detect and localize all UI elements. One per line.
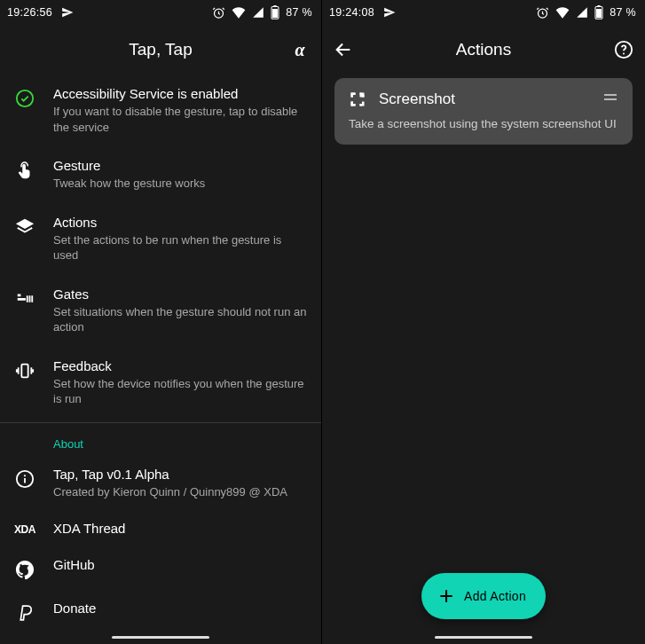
github-icon: [15, 560, 35, 579]
wifi-icon: [232, 6, 246, 19]
item-title: Gesture: [53, 158, 309, 173]
send-icon: [383, 6, 396, 19]
status-time: 19:26:56: [7, 6, 52, 19]
status-battery: 87 %: [610, 6, 636, 19]
item-title: Donate: [53, 601, 309, 616]
item-title: Accessibility Service is enabled: [53, 86, 309, 101]
item-sub: Set the actions to be run when the gestu…: [53, 232, 309, 263]
settings-list: Accessibility Service is enabled If you …: [0, 75, 321, 644]
app-bar: Tap, Tap α: [0, 25, 321, 75]
item-sub: Set situations when the gesture should n…: [53, 304, 309, 335]
svg-rect-3: [272, 9, 278, 18]
item-github[interactable]: GitHub: [0, 546, 321, 590]
layers-icon: [15, 217, 35, 237]
arrow-back-icon: [334, 40, 353, 59]
actions-screen: 19:24:08 87 % Actions Screen: [322, 0, 645, 644]
item-sub: Created by Kieron Quinn / Quinny899 @ XD…: [53, 484, 309, 500]
nav-indicator[interactable]: [112, 636, 209, 639]
item-xda[interactable]: XDA XDA Thread: [0, 510, 321, 546]
add-action-button[interactable]: Add Action: [421, 573, 546, 619]
item-about-app[interactable]: Tap, Tap v0.1 Alpha Created by Kieron Qu…: [0, 456, 321, 511]
fullscreen-exit-icon: [349, 90, 366, 108]
card-sub: Take a screenshot using the system scree…: [349, 117, 618, 130]
item-gesture[interactable]: Gesture Tweak how the gesture works: [0, 146, 321, 203]
item-gates[interactable]: Gates Set situations when the gesture sh…: [0, 275, 321, 347]
alarm-icon: [212, 6, 225, 20]
svg-point-8: [24, 475, 26, 476]
item-actions[interactable]: Actions Set the actions to be run when t…: [0, 203, 321, 275]
item-accessibility[interactable]: Accessibility Service is enabled If you …: [0, 75, 321, 146]
svg-point-4: [17, 90, 33, 106]
xda-icon: XDA: [14, 523, 35, 536]
fab-label: Add Action: [464, 589, 526, 603]
app-bar: Actions: [322, 25, 645, 75]
vibration-icon: [15, 361, 35, 381]
svg-point-14: [623, 53, 625, 55]
help-button[interactable]: [602, 40, 645, 59]
action-card-screenshot[interactable]: Screenshot Take a screenshot using the s…: [334, 78, 633, 145]
alarm-icon: [536, 6, 549, 20]
paypal-icon: [16, 603, 34, 623]
svg-rect-12: [596, 9, 602, 18]
item-sub: If you want to disable the gesture, tap …: [53, 104, 309, 135]
back-button[interactable]: [322, 40, 365, 59]
item-sub: Set how the device notifies you when the…: [53, 376, 309, 407]
item-donate[interactable]: Donate: [0, 590, 321, 633]
status-bar: 19:26:56 87 %: [0, 0, 321, 25]
item-feedback[interactable]: Feedback Set how the device notifies you…: [0, 347, 321, 419]
gate-icon: [15, 289, 35, 309]
about-label: About: [0, 425, 321, 456]
drag-handle-icon[interactable]: [604, 94, 617, 100]
status-battery: 87 %: [286, 6, 312, 19]
nav-indicator[interactable]: [435, 636, 532, 639]
signal-icon: [576, 6, 588, 19]
settings-screen: 19:26:56 87 % Tap, Tap α Acces: [0, 0, 322, 644]
item-title: GitHub: [53, 557, 309, 572]
touch-icon: [15, 161, 35, 180]
help-icon: [614, 40, 633, 59]
item-title: Actions: [53, 215, 309, 230]
item-sub: Tweak how the gesture works: [53, 176, 309, 192]
card-title: Screenshot: [379, 90, 455, 108]
svg-rect-11: [598, 5, 601, 7]
page-title: Tap, Tap: [0, 40, 321, 59]
page-title: Actions: [322, 40, 645, 59]
status-bar: 19:24:08 87 %: [322, 0, 645, 25]
info-icon: [15, 469, 35, 489]
item-title: Tap, Tap v0.1 Alpha: [53, 467, 309, 482]
check-circle-icon: [15, 89, 35, 108]
signal-icon: [252, 6, 264, 19]
plus-icon: [437, 587, 455, 605]
svg-rect-5: [21, 364, 28, 377]
status-time: 19:24:08: [329, 6, 374, 19]
item-title: XDA Thread: [53, 521, 309, 536]
send-icon: [61, 6, 74, 19]
svg-rect-2: [274, 5, 277, 7]
battery-icon: [271, 5, 279, 20]
item-title: Feedback: [53, 358, 309, 373]
battery-icon: [594, 5, 603, 20]
alpha-icon[interactable]: α: [295, 40, 304, 60]
item-title: Gates: [53, 287, 309, 302]
wifi-icon: [555, 6, 570, 19]
divider: [0, 422, 321, 423]
